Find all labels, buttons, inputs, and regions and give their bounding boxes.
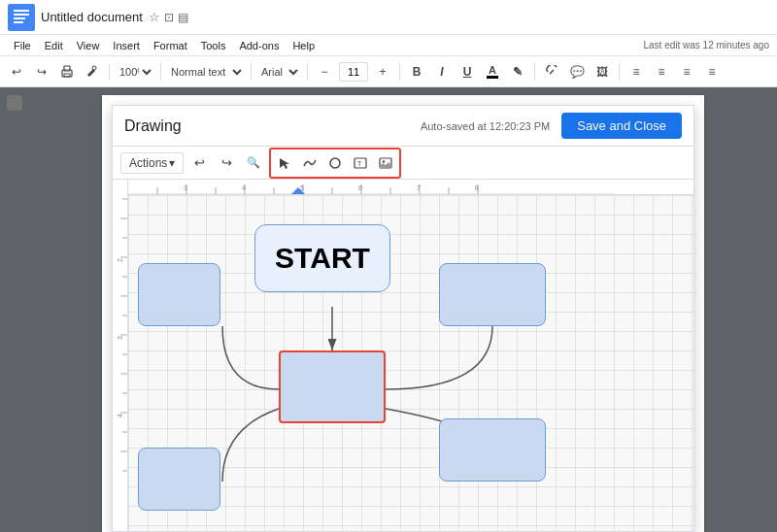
title-bar: Untitled document ☆ ⊡ ▤	[0, 0, 777, 35]
move-icon[interactable]: ⊡	[164, 11, 174, 24]
print-button[interactable]	[56, 61, 78, 83]
app-icon	[8, 4, 35, 31]
undo-drawing-button[interactable]: ↩	[187, 151, 211, 175]
menu-tools[interactable]: Tools	[195, 38, 232, 53]
link-button[interactable]	[541, 61, 562, 83]
separator-4	[307, 63, 308, 81]
underline-button[interactable]: U	[456, 61, 478, 83]
svg-text:4: 4	[242, 184, 246, 191]
drawing-title: Drawing	[124, 117, 421, 135]
menu-insert[interactable]: Insert	[107, 38, 146, 53]
drawing-canvas[interactable]: START	[128, 195, 693, 531]
paint-format-button[interactable]	[82, 61, 103, 83]
svg-rect-4	[14, 21, 23, 23]
svg-point-8	[92, 66, 96, 70]
gdrive-icon[interactable]: ▤	[178, 11, 188, 24]
svg-text:4: 4	[117, 414, 123, 417]
separator-3	[251, 63, 252, 81]
main-content: Drawing Auto-saved at 12:20:23 PM Save a…	[0, 87, 777, 532]
svg-text:T: T	[357, 160, 362, 167]
undo-button[interactable]: ↩	[6, 61, 27, 83]
svg-text:2: 2	[117, 258, 123, 262]
doc-title-area: Untitled document ☆ ⊡ ▤	[41, 10, 769, 24]
italic-button[interactable]: I	[431, 61, 453, 83]
left-bottom-shape[interactable]	[138, 448, 220, 511]
actions-button[interactable]: Actions ▾	[120, 152, 184, 174]
canvas-row: 2 3 4	[113, 180, 693, 531]
margin-icon	[7, 95, 22, 111]
align-justify[interactable]: ≡	[701, 61, 723, 83]
font-size-increase[interactable]: +	[372, 61, 393, 83]
zoom-drawing-button[interactable]: 🔍	[242, 151, 265, 175]
doc-title[interactable]: Untitled document	[41, 10, 143, 24]
separator-1	[109, 63, 110, 81]
drawing-toolbar: Actions ▾ ↩ ↪ 🔍	[113, 147, 693, 180]
menu-help[interactable]: Help	[287, 38, 321, 53]
doc-title-row: Untitled document ☆ ⊡ ▤	[41, 10, 769, 24]
right-bottom-shape[interactable]	[439, 418, 546, 482]
text-color-button[interactable]: A	[482, 61, 503, 83]
redo-drawing-button[interactable]: ↪	[215, 151, 238, 175]
align-right[interactable]: ≡	[676, 61, 697, 83]
font-size-input[interactable]: 11	[339, 62, 368, 82]
drawing-dialog: Drawing Auto-saved at 12:20:23 PM Save a…	[112, 105, 694, 532]
star-icon[interactable]: ☆	[149, 10, 160, 24]
svg-text:7: 7	[417, 184, 421, 191]
pointer-tool-button[interactable]	[273, 151, 296, 175]
align-left[interactable]: ≡	[625, 61, 647, 83]
curve-tool-button[interactable]	[298, 151, 321, 175]
svg-point-13	[383, 160, 385, 162]
separator-5	[399, 63, 400, 81]
document-page: Drawing Auto-saved at 12:20:23 PM Save a…	[102, 95, 704, 532]
menu-bar: File Edit View Insert Format Tools Add-o…	[0, 35, 777, 56]
center-shape[interactable]	[279, 350, 386, 423]
text-tool-button[interactable]: T	[349, 151, 372, 175]
separator-7	[619, 63, 620, 81]
svg-text:8: 8	[475, 184, 479, 191]
drawing-header: Drawing Auto-saved at 12:20:23 PM Save a…	[113, 106, 693, 147]
svg-text:6: 6	[358, 184, 362, 191]
align-center[interactable]: ≡	[651, 61, 672, 83]
svg-rect-3	[14, 17, 25, 19]
zoom-select[interactable]: 100% 75% 125% 150%	[116, 65, 154, 79]
svg-rect-2	[14, 14, 29, 16]
menu-format[interactable]: Format	[148, 38, 193, 53]
svg-text:3: 3	[184, 184, 187, 191]
image-tool-button[interactable]	[374, 151, 397, 175]
shape-circle-button[interactable]	[323, 151, 347, 175]
menu-file[interactable]: File	[8, 38, 37, 53]
font-size-decrease[interactable]: −	[314, 61, 335, 83]
separator-6	[534, 63, 535, 81]
comment-button[interactable]: 💬	[566, 61, 588, 83]
svg-rect-1	[14, 10, 29, 12]
svg-text:3: 3	[117, 336, 123, 340]
menu-edit[interactable]: Edit	[39, 38, 69, 53]
save-and-close-button[interactable]: Save and Close	[561, 113, 682, 139]
last-edit-text: Last edit was 12 minutes ago	[643, 40, 769, 50]
vertical-ruler: 2 3 4	[113, 180, 128, 531]
left-top-shape[interactable]	[138, 263, 220, 326]
title-icons: ☆ ⊡ ▤	[149, 10, 188, 24]
auto-saved-text: Auto-saved at 12:20:23 PM	[421, 120, 550, 132]
right-top-shape[interactable]	[439, 263, 546, 326]
document-area: Drawing Auto-saved at 12:20:23 PM Save a…	[29, 87, 777, 532]
style-select[interactable]: Normal text Heading 1 Heading 2	[167, 65, 245, 79]
image-button[interactable]: 🖼	[591, 61, 613, 83]
separator-2	[160, 63, 161, 81]
left-margin	[0, 87, 29, 532]
start-shape[interactable]: START	[254, 224, 390, 292]
highlight-button[interactable]: ✎	[507, 61, 528, 83]
font-select[interactable]: Arial Times New Roman	[257, 65, 301, 79]
horizontal-ruler: 3 4 5 6	[128, 180, 693, 195]
svg-point-9	[330, 158, 340, 168]
redo-button[interactable]: ↪	[31, 61, 52, 83]
bold-button[interactable]: B	[406, 61, 427, 83]
svg-rect-7	[64, 74, 70, 77]
toolbar: ↩ ↪ 100% 75% 125% 150% Normal text Headi…	[0, 56, 777, 87]
start-text: START	[275, 242, 370, 275]
tool-group-highlighted: T	[269, 148, 401, 179]
menu-addons[interactable]: Add-ons	[233, 38, 285, 53]
menu-view[interactable]: View	[71, 38, 106, 53]
